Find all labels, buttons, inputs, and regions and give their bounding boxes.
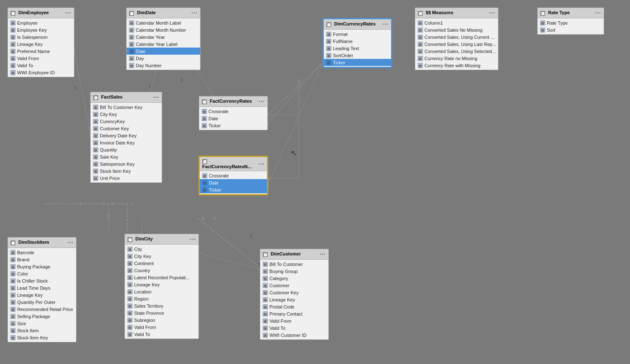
field-row[interactable]: ▦Size — [8, 320, 76, 327]
field-row[interactable]: ▦Customer Key — [260, 289, 328, 296]
field-row[interactable]: ▦Valid To — [125, 331, 198, 338]
table-header-factcurrencyrates[interactable]: ▦ FactCurrencyRates ··· — [199, 96, 267, 107]
field-row[interactable]: ▦Sale Key — [91, 153, 162, 160]
field-row[interactable]: ▦State Province — [125, 309, 198, 316]
field-row[interactable]: ▦Preferred Name — [8, 48, 74, 55]
table-menu-button[interactable]: ··· — [595, 10, 601, 16]
field-row-date-highlighted[interactable]: ▦Date — [200, 179, 267, 186]
field-row[interactable]: ▦Valid From — [260, 317, 328, 324]
table-header-factcurrencyratesn[interactable]: ▦ FactCurrencyRatesN... ··· — [200, 157, 267, 171]
field-row[interactable]: ▦Lineage Key — [260, 296, 328, 303]
field-row[interactable]: ▦Region — [125, 295, 198, 302]
table-header-dimdate[interactable]: ▦ DimDate ··· — [127, 8, 200, 18]
field-row[interactable]: ▦Is Salesperson — [8, 33, 74, 40]
field-row[interactable]: ▦Converted Sales No Missing — [415, 26, 498, 33]
field-row[interactable]: ▦Sales Territory — [125, 302, 198, 309]
field-row[interactable]: ▦Sort — [538, 26, 604, 33]
field-row-ticker-highlighted[interactable]: ▦Ticker — [200, 186, 267, 193]
table-menu-button[interactable]: ··· — [67, 239, 74, 246]
table-dimdate[interactable]: ▦ DimDate ··· ▦Calendar Month Label ▦Cal… — [126, 8, 201, 70]
table-header-ssmeasures[interactable]: ▦ $$ Measures ··· — [415, 8, 498, 18]
table-dimcurrencyrates[interactable]: ▦ DimCurrencyRates ··· ▦Format ▦FullName… — [323, 18, 392, 68]
field-row[interactable]: ▦Calendar Month Label — [127, 19, 200, 26]
field-row[interactable]: ▦Subregion — [125, 316, 198, 324]
field-row[interactable]: ▦CurencyKey — [91, 118, 162, 125]
field-row[interactable]: ▦City Key — [91, 111, 162, 118]
table-header-dimcustomer[interactable]: ▦ DimCustomer ··· — [260, 249, 328, 260]
table-menu-button[interactable]: ··· — [191, 10, 198, 16]
table-menu-button[interactable]: ··· — [153, 94, 159, 101]
field-row[interactable]: ▦Valid To — [260, 324, 328, 331]
field-row[interactable]: ▦Leading Text — [324, 45, 391, 52]
table-menu-button[interactable]: ··· — [382, 21, 389, 28]
field-row[interactable]: ▦Crossrate — [199, 108, 267, 115]
field-row[interactable]: ▦Rate Type — [538, 19, 604, 26]
field-row[interactable]: ▦Day — [127, 55, 200, 62]
field-row[interactable]: ▦Converted Sales, Using Current ... — [415, 33, 498, 40]
field-row[interactable]: ▦Quantity Per Outer — [8, 298, 76, 306]
field-row[interactable]: ▦Converted Sales, Using Last Rep... — [415, 40, 498, 48]
field-row[interactable]: ▦FullName — [324, 38, 391, 45]
field-row[interactable]: ▦Valid To — [8, 62, 74, 69]
field-row[interactable]: ▦Employee — [8, 19, 74, 26]
field-row[interactable]: ▦Currency Rate with Missing — [415, 62, 498, 69]
table-header-dimcity[interactable]: ▦ DimCity ··· — [125, 234, 198, 245]
table-menu-button[interactable]: ··· — [258, 161, 264, 167]
table-menu-button[interactable]: ··· — [190, 236, 196, 243]
table-menu-button[interactable]: ··· — [259, 98, 265, 105]
field-row[interactable]: ▦Buying Group — [260, 268, 328, 275]
field-row[interactable]: ▦Lineage Key — [8, 291, 76, 298]
field-row[interactable]: ▦Bill To Customer — [260, 260, 328, 268]
field-row[interactable]: ▦Calendar Year — [127, 33, 200, 40]
table-header-dimcurrencyrates[interactable]: ▦ DimCurrencyRates ··· — [324, 19, 391, 30]
field-row[interactable]: ▦Customer — [260, 282, 328, 289]
field-row[interactable]: ▦SortOrder — [324, 52, 391, 59]
field-row[interactable]: ▦Day Number — [127, 62, 200, 69]
field-row[interactable]: ▦Selling Package — [8, 313, 76, 320]
table-factsales[interactable]: ▦ FactSales ··· ▦Bill To Customer Key ▦C… — [90, 92, 162, 183]
table-header-dimstockitem[interactable]: ▦ DimStockItem ··· — [8, 238, 76, 248]
table-factcurrencyratesn[interactable]: ▦ FactCurrencyRatesN... ··· ▦Crossrate ▦… — [199, 156, 268, 195]
field-row[interactable]: ▦Format — [324, 30, 391, 38]
field-row[interactable]: ▦Customer Key — [91, 125, 162, 132]
field-row[interactable]: ▦Barcode — [8, 249, 76, 256]
table-header-ratetype[interactable]: ▦ Rate Type ··· — [538, 8, 604, 18]
field-row[interactable]: ▦Location — [125, 288, 198, 295]
field-row[interactable]: ▦Postal Code — [260, 303, 328, 310]
field-row[interactable]: ▦Quantity — [91, 146, 162, 153]
field-row[interactable]: ▦Ticker — [199, 122, 267, 129]
field-row[interactable]: ▦Delivery Date Key — [91, 132, 162, 139]
field-row-date-highlighted[interactable]: ▦Date — [127, 48, 200, 55]
field-row[interactable]: ▦Primary Contact — [260, 310, 328, 317]
field-row[interactable]: ▦Recommended Retail Price — [8, 306, 76, 313]
field-row[interactable]: ▦Category — [260, 275, 328, 282]
field-row[interactable]: ▦Salesperson Key — [91, 160, 162, 167]
field-row[interactable]: ▦Stock Item Key — [91, 167, 162, 174]
field-row[interactable]: ▦Lineage Key — [8, 40, 74, 48]
field-row[interactable]: ▦City Key — [125, 253, 198, 260]
table-header-dimemployee[interactable]: ▦ DimEmployee ··· — [8, 8, 74, 18]
field-row[interactable]: ▦Lead Time Days — [8, 284, 76, 291]
table-ssmeasures[interactable]: ▦ $$ Measures ··· ▦Column1 ▦Converted Sa… — [415, 8, 498, 70]
field-row[interactable]: ▦Calendar Month Number — [127, 26, 200, 33]
field-row[interactable]: ▦Stock Item — [8, 327, 76, 334]
table-header-factsales[interactable]: ▦ FactSales ··· — [91, 92, 162, 103]
field-row[interactable]: ▦Date — [199, 115, 267, 122]
field-row[interactable]: ▦Brand — [8, 256, 76, 263]
field-row-ticker-highlighted[interactable]: ▦Ticker — [324, 59, 391, 66]
field-row[interactable]: ▦Converted Sales, Using Selected... — [415, 48, 498, 55]
table-dimcity[interactable]: ▦ DimCity ··· ▦City ▦City Key ▦Continent… — [124, 234, 199, 339]
table-dimstockitem[interactable]: ▦ DimStockItem ··· ▦Barcode ▦Brand ▦Buyi… — [8, 237, 76, 342]
field-row[interactable]: ▦City — [125, 245, 198, 253]
field-row[interactable]: ▦Unit Price — [91, 174, 162, 182]
field-row[interactable]: ▦Country — [125, 267, 198, 274]
field-row[interactable]: ▦WWI Customer ID — [260, 331, 328, 339]
field-row[interactable]: ▦Column1 — [415, 19, 498, 26]
field-row[interactable]: ▦Lineage Key — [125, 281, 198, 288]
field-row[interactable]: ▦Currency Rate no Missing — [415, 55, 498, 62]
field-row[interactable]: ▦WWI Employee ID — [8, 69, 74, 76]
field-row[interactable]: ▦Employee Key — [8, 26, 74, 33]
field-row[interactable]: ▦Buying Package — [8, 263, 76, 270]
table-menu-button[interactable]: ··· — [320, 251, 326, 258]
field-row[interactable]: ▦Stock Item Key — [8, 334, 76, 341]
